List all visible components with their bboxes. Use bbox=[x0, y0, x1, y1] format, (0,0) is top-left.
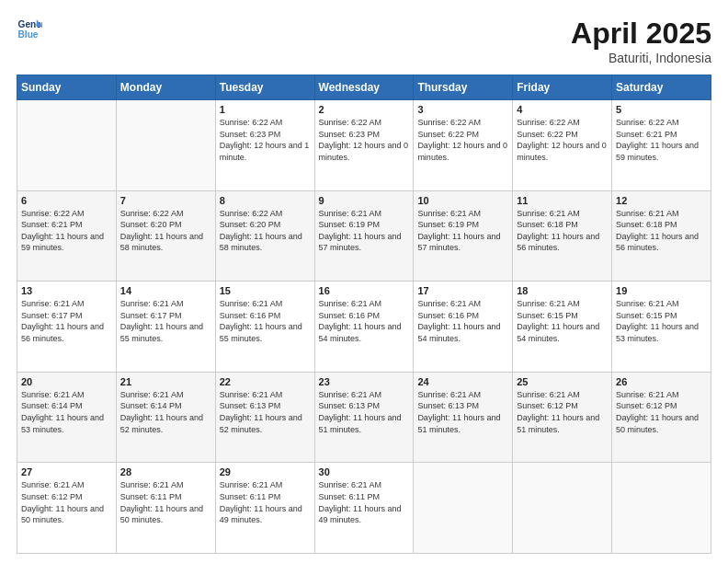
day-info: Sunrise: 6:21 AM Sunset: 6:18 PM Dayligh… bbox=[616, 208, 707, 254]
calendar-cell: 28Sunrise: 6:21 AM Sunset: 6:11 PM Dayli… bbox=[116, 463, 215, 554]
day-info: Sunrise: 6:22 AM Sunset: 6:22 PM Dayligh… bbox=[517, 117, 608, 163]
calendar: SundayMondayTuesdayWednesdayThursdayFrid… bbox=[17, 75, 711, 554]
calendar-cell: 17Sunrise: 6:21 AM Sunset: 6:16 PM Dayli… bbox=[414, 282, 513, 373]
day-number: 17 bbox=[417, 285, 508, 296]
day-info: Sunrise: 6:21 AM Sunset: 6:16 PM Dayligh… bbox=[319, 298, 410, 344]
day-number: 1 bbox=[220, 104, 311, 115]
day-info: Sunrise: 6:21 AM Sunset: 6:14 PM Dayligh… bbox=[21, 389, 112, 435]
calendar-cell bbox=[17, 100, 117, 191]
day-number: 16 bbox=[319, 285, 410, 296]
day-info: Sunrise: 6:21 AM Sunset: 6:19 PM Dayligh… bbox=[417, 208, 508, 254]
weekday-header-friday: Friday bbox=[513, 75, 612, 100]
day-info: Sunrise: 6:21 AM Sunset: 6:19 PM Dayligh… bbox=[319, 208, 410, 254]
header: General Blue April 2025 Baturiti, Indone… bbox=[17, 17, 711, 65]
day-info: Sunrise: 6:21 AM Sunset: 6:17 PM Dayligh… bbox=[120, 298, 211, 344]
weekday-header-monday: Monday bbox=[116, 75, 215, 100]
day-number: 20 bbox=[21, 376, 112, 387]
day-info: Sunrise: 6:21 AM Sunset: 6:15 PM Dayligh… bbox=[616, 298, 707, 344]
day-info: Sunrise: 6:21 AM Sunset: 6:11 PM Dayligh… bbox=[319, 479, 410, 525]
svg-text:Blue: Blue bbox=[18, 29, 39, 40]
calendar-cell: 5Sunrise: 6:22 AM Sunset: 6:21 PM Daylig… bbox=[612, 100, 711, 191]
calendar-cell: 20Sunrise: 6:21 AM Sunset: 6:14 PM Dayli… bbox=[17, 372, 117, 463]
calendar-week-row: 20Sunrise: 6:21 AM Sunset: 6:14 PM Dayli… bbox=[17, 372, 711, 463]
calendar-week-row: 6Sunrise: 6:22 AM Sunset: 6:21 PM Daylig… bbox=[17, 190, 711, 282]
calendar-cell: 27Sunrise: 6:21 AM Sunset: 6:12 PM Dayli… bbox=[17, 463, 117, 554]
day-info: Sunrise: 6:21 AM Sunset: 6:12 PM Dayligh… bbox=[21, 479, 112, 525]
day-info: Sunrise: 6:22 AM Sunset: 6:21 PM Dayligh… bbox=[616, 117, 707, 163]
calendar-week-row: 1Sunrise: 6:22 AM Sunset: 6:23 PM Daylig… bbox=[17, 100, 711, 191]
day-info: Sunrise: 6:21 AM Sunset: 6:15 PM Dayligh… bbox=[517, 298, 608, 344]
calendar-cell: 24Sunrise: 6:21 AM Sunset: 6:13 PM Dayli… bbox=[414, 372, 513, 463]
calendar-cell: 22Sunrise: 6:21 AM Sunset: 6:13 PM Dayli… bbox=[215, 372, 314, 463]
day-info: Sunrise: 6:21 AM Sunset: 6:11 PM Dayligh… bbox=[120, 479, 211, 525]
calendar-cell: 10Sunrise: 6:21 AM Sunset: 6:19 PM Dayli… bbox=[414, 190, 513, 282]
day-number: 15 bbox=[220, 285, 311, 296]
day-number: 12 bbox=[616, 195, 707, 206]
day-number: 6 bbox=[21, 195, 112, 206]
calendar-cell: 11Sunrise: 6:21 AM Sunset: 6:18 PM Dayli… bbox=[513, 190, 612, 282]
day-number: 10 bbox=[417, 195, 508, 206]
day-number: 14 bbox=[120, 285, 211, 296]
day-info: Sunrise: 6:21 AM Sunset: 6:18 PM Dayligh… bbox=[517, 208, 608, 254]
calendar-cell: 19Sunrise: 6:21 AM Sunset: 6:15 PM Dayli… bbox=[612, 282, 711, 373]
calendar-cell: 2Sunrise: 6:22 AM Sunset: 6:23 PM Daylig… bbox=[314, 100, 414, 191]
day-number: 8 bbox=[220, 195, 311, 206]
day-info: Sunrise: 6:22 AM Sunset: 6:20 PM Dayligh… bbox=[120, 208, 211, 254]
day-info: Sunrise: 6:22 AM Sunset: 6:23 PM Dayligh… bbox=[319, 117, 410, 163]
day-number: 24 bbox=[417, 376, 508, 387]
calendar-cell: 30Sunrise: 6:21 AM Sunset: 6:11 PM Dayli… bbox=[314, 463, 414, 554]
day-number: 23 bbox=[319, 376, 410, 387]
day-info: Sunrise: 6:22 AM Sunset: 6:23 PM Dayligh… bbox=[220, 117, 311, 163]
day-number: 30 bbox=[319, 466, 410, 477]
calendar-cell: 7Sunrise: 6:22 AM Sunset: 6:20 PM Daylig… bbox=[116, 190, 215, 282]
calendar-cell: 14Sunrise: 6:21 AM Sunset: 6:17 PM Dayli… bbox=[116, 282, 215, 373]
day-info: Sunrise: 6:21 AM Sunset: 6:11 PM Dayligh… bbox=[220, 479, 311, 525]
calendar-cell: 21Sunrise: 6:21 AM Sunset: 6:14 PM Dayli… bbox=[116, 372, 215, 463]
calendar-cell: 29Sunrise: 6:21 AM Sunset: 6:11 PM Dayli… bbox=[215, 463, 314, 554]
day-number: 22 bbox=[220, 376, 311, 387]
day-info: Sunrise: 6:21 AM Sunset: 6:13 PM Dayligh… bbox=[319, 389, 410, 435]
day-info: Sunrise: 6:22 AM Sunset: 6:21 PM Dayligh… bbox=[21, 208, 112, 254]
weekday-header-sunday: Sunday bbox=[17, 75, 117, 100]
calendar-cell: 9Sunrise: 6:21 AM Sunset: 6:19 PM Daylig… bbox=[314, 190, 414, 282]
day-number: 11 bbox=[517, 195, 608, 206]
page-title: April 2025 bbox=[571, 17, 711, 51]
calendar-cell: 23Sunrise: 6:21 AM Sunset: 6:13 PM Dayli… bbox=[314, 372, 414, 463]
calendar-cell: 26Sunrise: 6:21 AM Sunset: 6:12 PM Dayli… bbox=[612, 372, 711, 463]
calendar-cell: 3Sunrise: 6:22 AM Sunset: 6:22 PM Daylig… bbox=[414, 100, 513, 191]
calendar-cell: 12Sunrise: 6:21 AM Sunset: 6:18 PM Dayli… bbox=[612, 190, 711, 282]
calendar-cell: 16Sunrise: 6:21 AM Sunset: 6:16 PM Dayli… bbox=[314, 282, 414, 373]
day-info: Sunrise: 6:21 AM Sunset: 6:12 PM Dayligh… bbox=[517, 389, 608, 435]
day-number: 27 bbox=[21, 466, 112, 477]
calendar-cell: 1Sunrise: 6:22 AM Sunset: 6:23 PM Daylig… bbox=[215, 100, 314, 191]
day-info: Sunrise: 6:21 AM Sunset: 6:13 PM Dayligh… bbox=[220, 389, 311, 435]
calendar-cell bbox=[612, 463, 711, 554]
title-block: April 2025 Baturiti, Indonesia bbox=[571, 17, 711, 65]
day-info: Sunrise: 6:21 AM Sunset: 6:14 PM Dayligh… bbox=[120, 389, 211, 435]
weekday-header-thursday: Thursday bbox=[414, 75, 513, 100]
calendar-cell: 18Sunrise: 6:21 AM Sunset: 6:15 PM Dayli… bbox=[513, 282, 612, 373]
day-info: Sunrise: 6:21 AM Sunset: 6:13 PM Dayligh… bbox=[417, 389, 508, 435]
day-number: 26 bbox=[616, 376, 707, 387]
page-subtitle: Baturiti, Indonesia bbox=[571, 51, 711, 65]
day-number: 9 bbox=[319, 195, 410, 206]
day-number: 25 bbox=[517, 376, 608, 387]
day-info: Sunrise: 6:21 AM Sunset: 6:16 PM Dayligh… bbox=[220, 298, 311, 344]
day-info: Sunrise: 6:21 AM Sunset: 6:16 PM Dayligh… bbox=[417, 298, 508, 344]
day-info: Sunrise: 6:21 AM Sunset: 6:17 PM Dayligh… bbox=[21, 298, 112, 344]
calendar-cell: 4Sunrise: 6:22 AM Sunset: 6:22 PM Daylig… bbox=[513, 100, 612, 191]
day-number: 13 bbox=[21, 285, 112, 296]
weekday-header-row: SundayMondayTuesdayWednesdayThursdayFrid… bbox=[17, 75, 711, 100]
day-info: Sunrise: 6:21 AM Sunset: 6:12 PM Dayligh… bbox=[616, 389, 707, 435]
day-number: 4 bbox=[517, 104, 608, 115]
calendar-cell bbox=[513, 463, 612, 554]
day-number: 7 bbox=[120, 195, 211, 206]
day-info: Sunrise: 6:22 AM Sunset: 6:20 PM Dayligh… bbox=[220, 208, 311, 254]
day-number: 28 bbox=[120, 466, 211, 477]
calendar-cell: 8Sunrise: 6:22 AM Sunset: 6:20 PM Daylig… bbox=[215, 190, 314, 282]
day-number: 29 bbox=[220, 466, 311, 477]
page: General Blue April 2025 Baturiti, Indone… bbox=[0, 0, 728, 563]
day-number: 5 bbox=[616, 104, 707, 115]
calendar-cell: 25Sunrise: 6:21 AM Sunset: 6:12 PM Dayli… bbox=[513, 372, 612, 463]
calendar-cell: 13Sunrise: 6:21 AM Sunset: 6:17 PM Dayli… bbox=[17, 282, 117, 373]
